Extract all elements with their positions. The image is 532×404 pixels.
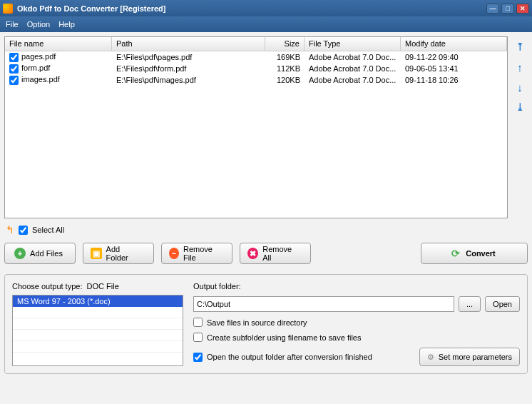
output-folder-label: Output folder: bbox=[193, 282, 520, 291]
select-all-checkbox[interactable] bbox=[19, 226, 28, 235]
maximize-button[interactable]: □ bbox=[501, 4, 514, 14]
file-checkbox[interactable] bbox=[9, 53, 19, 62]
table-row[interactable]: images.pdfE:\Files\pdf\images.pdf120KBAd… bbox=[5, 74, 507, 86]
plus-icon: + bbox=[14, 248, 26, 259]
open-after-label: Open the output folder after conversion … bbox=[207, 353, 372, 361]
menu-file[interactable]: File bbox=[6, 20, 19, 29]
folder-icon: ▣ bbox=[91, 248, 102, 259]
output-type-listbox[interactable]: MS Word 97 - 2003 (*.doc) bbox=[12, 295, 183, 366]
add-files-button[interactable]: + Add Files bbox=[4, 243, 76, 264]
menu-option[interactable]: Option bbox=[27, 20, 50, 29]
open-folder-button[interactable]: Open bbox=[485, 296, 520, 312]
move-down-button[interactable]: ↓ bbox=[513, 81, 526, 94]
col-header-date[interactable]: Modify date bbox=[401, 37, 507, 51]
col-header-name[interactable]: File name bbox=[5, 37, 112, 51]
convert-button[interactable]: ⟳ Convert bbox=[421, 243, 528, 264]
close-button[interactable]: ✕ bbox=[516, 4, 529, 14]
add-folder-button[interactable]: ▣ Add Folder bbox=[83, 243, 154, 264]
up-folder-icon[interactable]: ↰ bbox=[6, 224, 14, 236]
file-checkbox[interactable] bbox=[9, 64, 19, 74]
file-checkbox[interactable] bbox=[9, 76, 19, 85]
save-source-checkbox[interactable] bbox=[193, 318, 203, 327]
move-top-button[interactable]: ⤒ bbox=[513, 41, 526, 54]
create-subfolder-checkbox[interactable] bbox=[193, 333, 203, 342]
table-row[interactable]: form.pdfE:\Files\pdf\form.pdf112KBAdobe … bbox=[5, 63, 507, 74]
col-header-size[interactable]: Size bbox=[265, 37, 305, 51]
gear-icon: ⚙ bbox=[427, 353, 434, 362]
output-folder-input[interactable] bbox=[193, 296, 454, 312]
menubar: File Option Help bbox=[0, 16, 532, 32]
open-after-checkbox[interactable] bbox=[193, 353, 203, 362]
convert-icon: ⟳ bbox=[450, 248, 461, 259]
remove-all-button[interactable]: ✖ Remove All bbox=[240, 243, 311, 264]
remove-all-icon: ✖ bbox=[247, 248, 258, 259]
select-all-label: Select All bbox=[32, 226, 64, 234]
col-header-path[interactable]: Path bbox=[112, 37, 265, 51]
remove-file-button[interactable]: − Remove File bbox=[161, 243, 232, 264]
window-title: Okdo Pdf to Doc Converter [Registered] bbox=[17, 4, 165, 13]
minimize-button[interactable]: — bbox=[486, 4, 499, 14]
move-up-button[interactable]: ↑ bbox=[513, 61, 526, 74]
save-source-label: Save files in source directory bbox=[207, 318, 307, 327]
app-logo-icon bbox=[3, 4, 13, 14]
set-more-parameters-button[interactable]: ⚙ Set more parameters bbox=[419, 348, 520, 366]
output-type-item[interactable]: MS Word 97 - 2003 (*.doc) bbox=[13, 296, 183, 307]
output-panel: Choose output type: DOC File MS Word 97 … bbox=[4, 274, 528, 374]
browse-button[interactable]: ... bbox=[459, 296, 481, 312]
titlebar: Okdo Pdf to Doc Converter [Registered] —… bbox=[0, 0, 532, 16]
col-header-type[interactable]: File Type bbox=[305, 37, 401, 51]
minus-icon: − bbox=[169, 248, 179, 259]
file-list-header: File name Path Size File Type Modify dat… bbox=[5, 37, 507, 51]
create-subfolder-label: Create subfolder using filename to save … bbox=[207, 333, 361, 342]
menu-help[interactable]: Help bbox=[58, 20, 75, 29]
move-bottom-button[interactable]: ⤓ bbox=[513, 101, 526, 113]
reorder-controls: ⤒ ↑ ↓ ⤓ bbox=[512, 36, 528, 218]
output-type-label: Choose output type: DOC File bbox=[12, 282, 183, 291]
content-area: File name Path Size File Type Modify dat… bbox=[0, 32, 532, 404]
table-row[interactable]: pages.pdfE:\Files\pdf\pages.pdf169KBAdob… bbox=[5, 51, 507, 63]
file-list[interactable]: File name Path Size File Type Modify dat… bbox=[4, 36, 508, 218]
